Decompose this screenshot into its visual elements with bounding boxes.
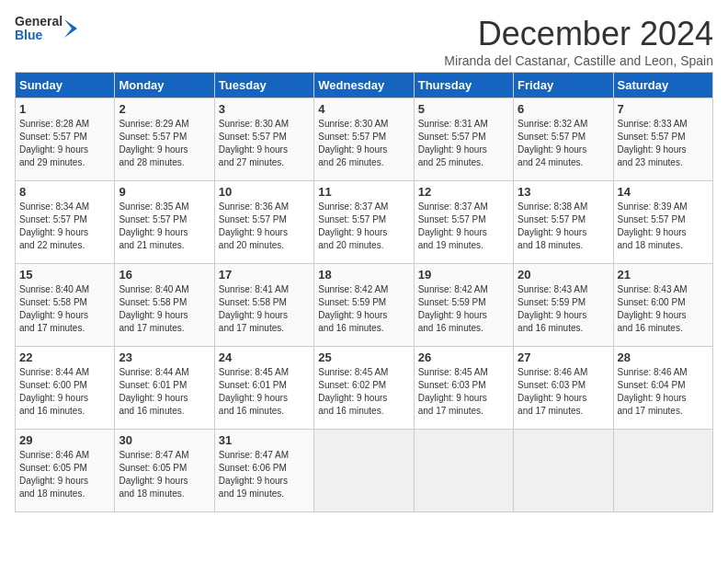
cell-content: Sunrise: 8:44 AMSunset: 6:01 PMDaylight:… (119, 367, 188, 416)
calendar-cell: 14Sunrise: 8:39 AMSunset: 5:57 PMDayligh… (613, 181, 712, 264)
cell-content: Sunrise: 8:40 AMSunset: 5:58 PMDaylight:… (19, 284, 89, 333)
calendar-cell (613, 430, 712, 512)
calendar-cell (414, 430, 513, 512)
calendar-cell: 20Sunrise: 8:43 AMSunset: 5:59 PMDayligh… (514, 264, 613, 347)
calendar-cell: 27Sunrise: 8:46 AMSunset: 6:03 PMDayligh… (514, 347, 613, 430)
cell-content: Sunrise: 8:34 AMSunset: 5:57 PMDaylight:… (19, 201, 89, 250)
logo-arrow-icon (64, 15, 83, 42)
col-friday: Friday (514, 73, 613, 98)
day-number: 3 (219, 102, 310, 116)
calendar-cell: 24Sunrise: 8:45 AMSunset: 6:01 PMDayligh… (214, 347, 313, 430)
day-number: 17 (219, 268, 310, 282)
cell-content: Sunrise: 8:37 AMSunset: 5:57 PMDaylight:… (318, 201, 388, 250)
calendar-cell: 31Sunrise: 8:47 AMSunset: 6:06 PMDayligh… (214, 430, 313, 512)
cell-content: Sunrise: 8:40 AMSunset: 5:58 PMDaylight:… (119, 284, 188, 333)
calendar-cell: 17Sunrise: 8:41 AMSunset: 5:58 PMDayligh… (214, 264, 313, 347)
day-number: 23 (119, 350, 210, 364)
cell-content: Sunrise: 8:42 AMSunset: 5:59 PMDaylight:… (318, 284, 388, 333)
cell-content: Sunrise: 8:43 AMSunset: 6:00 PMDaylight:… (618, 284, 688, 333)
day-number: 11 (318, 185, 409, 199)
day-number: 6 (518, 102, 609, 116)
cell-content: Sunrise: 8:35 AMSunset: 5:57 PMDaylight:… (119, 201, 188, 250)
cell-content: Sunrise: 8:36 AMSunset: 5:57 PMDaylight:… (219, 201, 289, 250)
week-row-5: 29Sunrise: 8:46 AMSunset: 6:05 PMDayligh… (16, 430, 713, 512)
col-monday: Monday (115, 73, 214, 98)
day-number: 14 (618, 185, 709, 199)
calendar-cell: 6Sunrise: 8:32 AMSunset: 5:57 PMDaylight… (514, 98, 613, 181)
day-number: 2 (119, 102, 210, 116)
week-row-4: 22Sunrise: 8:44 AMSunset: 6:00 PMDayligh… (16, 347, 713, 430)
page-header: General Blue December 2024 Miranda del C… (15, 15, 713, 68)
cell-content: Sunrise: 8:45 AMSunset: 6:03 PMDaylight:… (418, 367, 488, 416)
day-number: 26 (418, 350, 509, 364)
day-number: 21 (618, 268, 709, 282)
cell-content: Sunrise: 8:30 AMSunset: 5:57 PMDaylight:… (318, 119, 388, 167)
logo: General Blue (15, 15, 83, 43)
calendar-cell: 12Sunrise: 8:37 AMSunset: 5:57 PMDayligh… (414, 181, 513, 264)
calendar-cell: 9Sunrise: 8:35 AMSunset: 5:57 PMDaylight… (115, 181, 214, 264)
col-saturday: Saturday (613, 73, 712, 98)
cell-content: Sunrise: 8:41 AMSunset: 5:58 PMDaylight:… (219, 284, 289, 333)
calendar-cell: 7Sunrise: 8:33 AMSunset: 5:57 PMDaylight… (613, 98, 712, 181)
cell-content: Sunrise: 8:32 AMSunset: 5:57 PMDaylight:… (518, 119, 587, 167)
day-number: 18 (318, 268, 409, 282)
day-number: 9 (119, 185, 210, 199)
cell-content: Sunrise: 8:42 AMSunset: 5:59 PMDaylight:… (418, 284, 488, 333)
calendar-cell: 11Sunrise: 8:37 AMSunset: 5:57 PMDayligh… (314, 181, 414, 264)
cell-content: Sunrise: 8:46 AMSunset: 6:03 PMDaylight:… (518, 367, 587, 416)
calendar-cell: 10Sunrise: 8:36 AMSunset: 5:57 PMDayligh… (214, 181, 313, 264)
week-row-3: 15Sunrise: 8:40 AMSunset: 5:58 PMDayligh… (16, 264, 713, 347)
cell-content: Sunrise: 8:39 AMSunset: 5:57 PMDaylight:… (618, 201, 688, 250)
cell-content: Sunrise: 8:33 AMSunset: 5:57 PMDaylight:… (618, 119, 688, 167)
calendar-cell: 15Sunrise: 8:40 AMSunset: 5:58 PMDayligh… (16, 264, 115, 347)
cell-content: Sunrise: 8:46 AMSunset: 6:05 PMDaylight:… (19, 450, 89, 499)
calendar-cell: 18Sunrise: 8:42 AMSunset: 5:59 PMDayligh… (314, 264, 414, 347)
day-number: 30 (119, 433, 210, 447)
day-number: 19 (418, 268, 509, 282)
calendar-cell: 26Sunrise: 8:45 AMSunset: 6:03 PMDayligh… (414, 347, 513, 430)
day-number: 16 (119, 268, 210, 282)
col-tuesday: Tuesday (214, 73, 313, 98)
day-number: 29 (19, 433, 110, 447)
day-number: 28 (618, 350, 709, 364)
cell-content: Sunrise: 8:45 AMSunset: 6:01 PMDaylight:… (219, 367, 289, 416)
calendar-cell: 22Sunrise: 8:44 AMSunset: 6:00 PMDayligh… (16, 347, 115, 430)
calendar-cell: 3Sunrise: 8:30 AMSunset: 5:57 PMDaylight… (214, 98, 313, 181)
title-area: December 2024 Miranda del Castanar, Cast… (444, 15, 713, 68)
calendar-cell (314, 430, 414, 512)
location-title: Miranda del Castanar, Castille and Leon,… (444, 53, 713, 68)
header-row: Sunday Monday Tuesday Wednesday Thursday… (16, 73, 713, 98)
cell-content: Sunrise: 8:30 AMSunset: 5:57 PMDaylight:… (219, 119, 289, 167)
calendar-cell: 16Sunrise: 8:40 AMSunset: 5:58 PMDayligh… (115, 264, 214, 347)
calendar-cell: 5Sunrise: 8:31 AMSunset: 5:57 PMDaylight… (414, 98, 513, 181)
day-number: 12 (418, 185, 509, 199)
day-number: 4 (318, 102, 409, 116)
day-number: 1 (19, 102, 110, 116)
day-number: 15 (19, 268, 110, 282)
day-number: 22 (19, 350, 110, 364)
col-sunday: Sunday (16, 73, 115, 98)
col-wednesday: Wednesday (314, 73, 414, 98)
calendar-cell (514, 430, 613, 512)
calendar-cell: 28Sunrise: 8:46 AMSunset: 6:04 PMDayligh… (613, 347, 712, 430)
cell-content: Sunrise: 8:28 AMSunset: 5:57 PMDaylight:… (19, 119, 89, 167)
cell-content: Sunrise: 8:44 AMSunset: 6:00 PMDaylight:… (19, 367, 89, 416)
cell-content: Sunrise: 8:37 AMSunset: 5:57 PMDaylight:… (418, 201, 488, 250)
day-number: 5 (418, 102, 509, 116)
calendar-cell: 21Sunrise: 8:43 AMSunset: 6:00 PMDayligh… (613, 264, 712, 347)
calendar-cell: 29Sunrise: 8:46 AMSunset: 6:05 PMDayligh… (16, 430, 115, 512)
day-number: 8 (19, 185, 110, 199)
cell-content: Sunrise: 8:38 AMSunset: 5:57 PMDaylight:… (518, 201, 587, 250)
svg-marker-0 (64, 19, 77, 38)
cell-content: Sunrise: 8:31 AMSunset: 5:57 PMDaylight:… (418, 119, 488, 167)
day-number: 20 (518, 268, 609, 282)
calendar-cell: 1Sunrise: 8:28 AMSunset: 5:57 PMDaylight… (16, 98, 115, 181)
calendar-table: Sunday Monday Tuesday Wednesday Thursday… (15, 72, 713, 512)
cell-content: Sunrise: 8:47 AMSunset: 6:06 PMDaylight:… (219, 450, 289, 499)
calendar-cell: 8Sunrise: 8:34 AMSunset: 5:57 PMDaylight… (16, 181, 115, 264)
calendar-cell: 23Sunrise: 8:44 AMSunset: 6:01 PMDayligh… (115, 347, 214, 430)
cell-content: Sunrise: 8:47 AMSunset: 6:05 PMDaylight:… (119, 450, 188, 499)
month-title: December 2024 (444, 15, 713, 53)
day-number: 27 (518, 350, 609, 364)
calendar-cell: 13Sunrise: 8:38 AMSunset: 5:57 PMDayligh… (514, 181, 613, 264)
